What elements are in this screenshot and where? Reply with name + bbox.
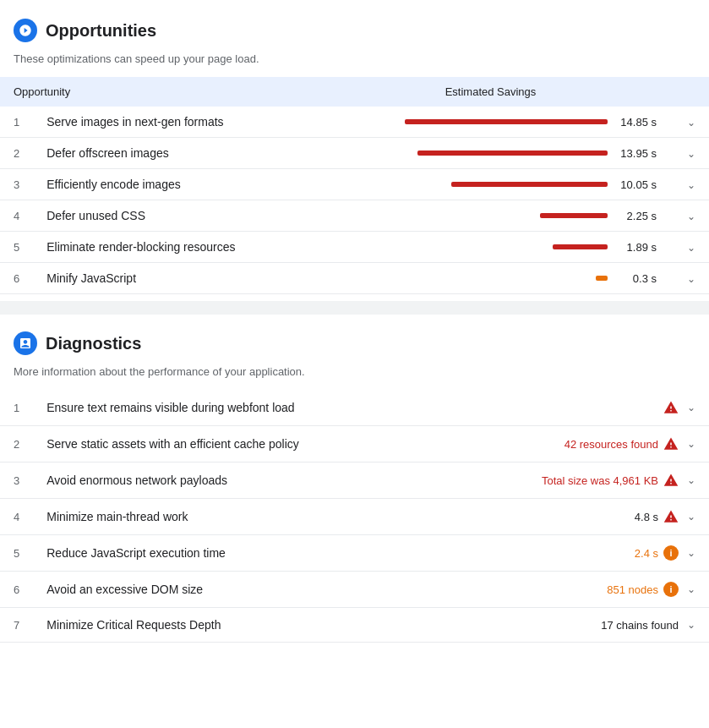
row-label: Serve static assets with an efficient ca…: [33, 426, 443, 463]
opportunities-header: Opportunities: [0, 8, 709, 49]
row-label: Reduce JavaScript execution time: [33, 535, 443, 572]
table-row[interactable]: 2 Serve static assets with an efficient …: [0, 426, 709, 463]
savings-cell: 1.89 s: [311, 232, 670, 263]
diagnostics-section: Diagnostics More information about the p…: [0, 321, 709, 643]
opportunities-svg-icon: [19, 24, 32, 37]
expand-button[interactable]: ⌄: [670, 200, 709, 232]
diagnostics-svg-icon: [19, 337, 32, 350]
warning-icon: [663, 400, 679, 415]
table-row[interactable]: 5 Reduce JavaScript execution time 2.4 s…: [0, 535, 709, 572]
row-label: Avoid an excessive DOM size: [33, 572, 443, 608]
diagnostics-title: Diagnostics: [46, 334, 141, 353]
diagnostics-table: 1 Ensure text remains visible during web…: [0, 390, 709, 643]
info-icon: i: [663, 545, 679, 561]
savings-bar: [596, 276, 608, 281]
row-number: 7: [0, 608, 33, 643]
diag-value-cell: 42 resources found ⌄: [444, 426, 709, 463]
section-divider: [0, 301, 709, 315]
table-row[interactable]: 4 Defer unused CSS 2.25 s ⌄: [0, 200, 709, 232]
row-number: 6: [0, 263, 33, 294]
table-row[interactable]: 4 Minimize main-thread work 4.8 s ⌄: [0, 499, 709, 535]
col-opportunity: Opportunity: [0, 77, 311, 107]
chevron-down-icon: ⌄: [687, 117, 695, 129]
opportunities-table: Opportunity Estimated Savings 1 Serve im…: [0, 77, 709, 294]
row-label: Defer unused CSS: [33, 200, 311, 232]
savings-value: 14.85 s: [614, 116, 657, 129]
chevron-down-icon: ⌄: [687, 438, 695, 450]
savings-cell: 13.95 s: [311, 138, 670, 169]
col-savings: Estimated Savings: [311, 77, 670, 107]
expand-button[interactable]: ⌄: [670, 169, 709, 200]
chevron-down-icon: ⌄: [687, 402, 695, 413]
table-row[interactable]: 3 Avoid enormous network payloads Total …: [0, 463, 709, 499]
row-number: 6: [0, 572, 33, 608]
opportunities-title: Opportunities: [46, 21, 156, 41]
warning-icon: [663, 509, 679, 524]
expand-button[interactable]: ⌄: [670, 263, 709, 294]
row-number: 4: [0, 499, 33, 535]
diag-value: 4.8 s: [635, 511, 658, 523]
table-row[interactable]: 7 Minimize Critical Requests Depth 17 ch…: [0, 608, 709, 643]
info-icon: i: [663, 582, 679, 597]
expand-button[interactable]: ⌄: [670, 232, 709, 263]
savings-value: 2.25 s: [614, 210, 657, 222]
chevron-down-icon: ⌄: [687, 148, 695, 160]
chevron-down-icon: ⌄: [687, 242, 695, 254]
diag-value-cell: Total size was 4,961 KB ⌄: [444, 463, 709, 499]
table-row[interactable]: 6 Minify JavaScript 0.3 s ⌄: [0, 263, 709, 294]
savings-bar: [553, 244, 608, 249]
opportunities-icon: [14, 19, 37, 42]
savings-value: 10.05 s: [614, 178, 657, 191]
table-row[interactable]: 5 Eliminate render-blocking resources 1.…: [0, 232, 709, 263]
row-label: Minimize main-thread work: [33, 499, 443, 535]
row-label: Defer offscreen images: [33, 138, 311, 169]
diagnostics-header: Diagnostics: [0, 321, 709, 362]
row-label: Serve images in next-gen formats: [33, 107, 311, 138]
opportunities-subtitle: These optimizations can speed up your pa…: [0, 49, 709, 77]
row-label: Avoid enormous network payloads: [33, 463, 443, 499]
diagnostics-subtitle: More information about the performance o…: [0, 362, 709, 390]
savings-cell: 14.85 s: [311, 107, 670, 138]
row-label: Ensure text remains visible during webfo…: [33, 390, 443, 426]
warning-icon: [663, 436, 679, 452]
diag-value: 851 nodes: [607, 583, 658, 596]
diag-value-cell: 2.4 s i ⌄: [444, 535, 709, 572]
chevron-down-icon: ⌄: [687, 619, 695, 631]
diag-value-cell: 17 chains found ⌄: [444, 608, 709, 643]
table-row[interactable]: 2 Defer offscreen images 13.95 s ⌄: [0, 138, 709, 169]
row-number: 3: [0, 169, 33, 200]
savings-value: 13.95 s: [614, 147, 657, 160]
row-label: Minify JavaScript: [33, 263, 311, 294]
opportunities-table-header: Opportunity Estimated Savings: [0, 77, 709, 107]
diag-value: Total size was 4,961 KB: [542, 474, 658, 487]
table-row[interactable]: 6 Avoid an excessive DOM size 851 nodes …: [0, 572, 709, 608]
warning-icon: [663, 473, 679, 488]
row-number: 2: [0, 138, 33, 169]
row-number: 4: [0, 200, 33, 232]
row-label: Minimize Critical Requests Depth: [33, 608, 443, 643]
diag-value-cell: ⌄: [444, 390, 709, 426]
savings-cell: 2.25 s: [311, 200, 670, 232]
chevron-down-icon: ⌄: [687, 211, 695, 222]
expand-button[interactable]: ⌄: [670, 138, 709, 169]
row-number: 3: [0, 463, 33, 499]
row-number: 2: [0, 426, 33, 463]
diag-value: 17 chains found: [601, 619, 679, 632]
expand-button[interactable]: ⌄: [670, 107, 709, 138]
row-number: 5: [0, 232, 33, 263]
chevron-down-icon: ⌄: [687, 583, 695, 595]
table-row[interactable]: 1 Ensure text remains visible during web…: [0, 390, 709, 426]
savings-bar: [405, 119, 608, 124]
savings-cell: 0.3 s: [311, 263, 670, 294]
diag-value-cell: 4.8 s ⌄: [444, 499, 709, 535]
diag-value: 42 resources found: [564, 438, 658, 451]
chevron-down-icon: ⌄: [687, 273, 695, 285]
savings-bar: [417, 151, 608, 156]
table-row[interactable]: 3 Efficiently encode images 10.05 s ⌄: [0, 169, 709, 200]
diag-value: 2.4 s: [635, 547, 658, 560]
row-label: Eliminate render-blocking resources: [33, 232, 311, 263]
savings-bar: [451, 182, 608, 187]
table-row[interactable]: 1 Serve images in next-gen formats 14.85…: [0, 107, 709, 138]
opportunities-section: Opportunities These optimizations can sp…: [0, 8, 709, 294]
row-number: 1: [0, 107, 33, 138]
